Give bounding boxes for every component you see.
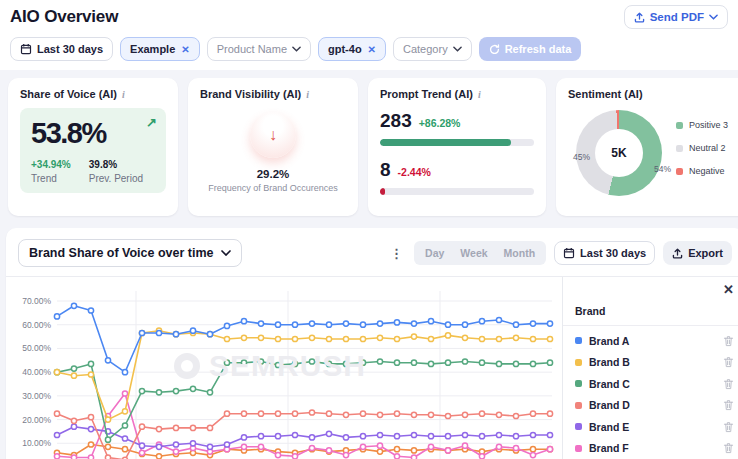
export-button[interactable]: Export <box>663 241 732 265</box>
sentiment-legend-label: Neutral 2 <box>689 143 726 153</box>
positive-pct-label: 54% <box>654 164 671 174</box>
chart-title: Brand Share of Voice over time <box>29 246 214 260</box>
top-bar: AIO Overview Send PDF Last 30 days Examp… <box>0 0 738 70</box>
chart-body: SEMRUSH 70.00%60.00%50.00%40.00%30.00%20… <box>6 277 738 459</box>
trash-icon[interactable] <box>723 399 734 411</box>
chart-panel: Brand Share of Voice over time ⋮ Day Wee… <box>6 228 738 459</box>
tab-day[interactable]: Day <box>417 244 452 262</box>
model-filter-chip[interactable]: gpt-4o ✕ <box>318 37 386 61</box>
refresh-data-button[interactable]: Refresh data <box>479 37 582 61</box>
brand-color-swatch <box>575 380 582 387</box>
legend-brand-row[interactable]: Brand E <box>575 416 734 438</box>
svg-text:70.00%: 70.00% <box>22 296 51 306</box>
date-range-filter[interactable]: Last 30 days <box>10 37 113 61</box>
aio-overview-page: AIO Overview Send PDF Last 30 days Examp… <box>0 0 738 459</box>
svg-text:50.00%: 50.00% <box>22 343 51 353</box>
brand-legend-panel: ✕ Brand Brand A Brand B Brand C Brand D … <box>562 277 738 459</box>
svg-text:60.00%: 60.00% <box>22 320 51 330</box>
chart-title-dropdown[interactable]: Brand Share of Voice over time <box>18 239 242 267</box>
sentiment-legend-item[interactable]: Positive 3 <box>676 120 728 130</box>
chevron-down-icon <box>292 46 301 52</box>
calendar-icon <box>563 247 575 259</box>
trash-icon[interactable] <box>723 421 734 433</box>
category-label: Category <box>403 43 448 55</box>
example-chip-label: Example <box>130 43 175 55</box>
category-dropdown[interactable]: Category <box>393 37 472 61</box>
kebab-menu-icon[interactable]: ⋮ <box>387 247 406 260</box>
chevron-down-icon <box>453 46 462 52</box>
remove-model-icon[interactable]: ✕ <box>368 44 376 55</box>
trash-icon[interactable] <box>723 356 734 368</box>
legend-brand-row[interactable]: Brand A <box>575 330 734 352</box>
page-title: AIO Overview <box>10 7 118 27</box>
brand-color-swatch <box>575 423 582 430</box>
brand-color-swatch <box>575 359 582 366</box>
product-name-label: Product Name <box>217 43 287 55</box>
send-pdf-button[interactable]: Send PDF <box>624 5 728 29</box>
chart-header: Brand Share of Voice over time ⋮ Day Wee… <box>6 228 738 277</box>
prompt-metric2-change: -2.44% <box>398 166 431 178</box>
legend-swatch <box>676 122 683 129</box>
trash-icon[interactable] <box>723 378 734 390</box>
tab-month[interactable]: Month <box>496 244 544 262</box>
trash-icon[interactable] <box>723 335 734 347</box>
svg-text:20.00%: 20.00% <box>22 415 51 425</box>
refresh-data-label: Refresh data <box>505 43 572 55</box>
sentiment-legend-label: Positive 3 <box>689 120 728 130</box>
legend-swatch <box>676 168 683 175</box>
sentiment-legend-item[interactable]: Negative <box>676 166 728 176</box>
kpi-card-row: Share of Voice (AI)i 53.8% ↗ +34.94%Tren… <box>0 70 738 222</box>
neutral-pct-label: 45% <box>573 152 590 162</box>
chevron-down-icon <box>221 250 231 256</box>
brand-label: Brand A <box>589 335 629 347</box>
prompt-metric1-change: +86.28% <box>419 117 461 129</box>
info-icon[interactable]: i <box>122 89 125 100</box>
share-of-voice-line-chart[interactable]: 70.00%60.00%50.00%40.00%30.00%20.00%10.0… <box>6 277 562 459</box>
upload-icon <box>634 12 645 23</box>
product-name-dropdown[interactable]: Product Name <box>207 37 311 61</box>
brand-list: Brand A Brand B Brand C Brand D Brand E … <box>575 330 734 459</box>
sentiment-title: Sentiment (AI) <box>568 88 643 100</box>
calendar-icon <box>20 43 32 55</box>
brand-visibility-title: Brand Visibility (AI) <box>200 88 301 100</box>
brand-label: Brand E <box>589 421 629 433</box>
brand-legend-header: Brand <box>575 305 734 317</box>
prompt-metric2-bar <box>380 188 534 195</box>
example-filter-chip[interactable]: Example ✕ <box>120 37 200 61</box>
legend-swatch <box>676 145 683 152</box>
sentiment-legend: Positive 3 Neutral 2 Negative <box>676 120 728 202</box>
close-icon[interactable]: ✕ <box>723 282 734 297</box>
info-icon[interactable]: i <box>478 89 481 100</box>
legend-brand-row[interactable]: Brand F <box>575 438 734 459</box>
brand-color-swatch <box>575 402 582 409</box>
prompt-metric1-bar <box>380 139 534 146</box>
prompt-trend-card: Prompt Trend (AI)i 283+86.28% 8-2.44% <box>368 78 546 216</box>
brand-color-swatch <box>575 337 582 344</box>
remove-example-icon[interactable]: ✕ <box>181 44 189 55</box>
legend-brand-row[interactable]: Brand B <box>575 352 734 374</box>
prompt-metric1-value: 283 <box>380 110 412 132</box>
brand-label: Brand D <box>589 399 630 411</box>
prev-period-label: Prev. Period <box>89 172 143 186</box>
send-pdf-label: Send PDF <box>650 11 704 23</box>
brand-visibility-card: Brand Visibility (AI)i ↓ 29.2% Frequency… <box>188 78 358 216</box>
sentiment-donut-chart[interactable]: 5K 45% 54% <box>572 106 668 202</box>
legend-brand-row[interactable]: Brand C <box>575 373 734 395</box>
sentiment-card: Sentiment (AI) 5K 45% 54% Positive 3 Neu… <box>556 78 738 216</box>
share-of-voice-title: Share of Voice (AI) <box>20 88 117 100</box>
upload-icon <box>672 248 683 259</box>
trend-up-arrow-icon: ↗ <box>146 115 157 130</box>
chart-date-range-button[interactable]: Last 30 days <box>554 241 655 265</box>
tab-week[interactable]: Week <box>452 244 495 262</box>
svg-text:30.00%: 30.00% <box>22 391 51 401</box>
trash-icon[interactable] <box>723 442 734 454</box>
brand-color-swatch <box>575 445 582 452</box>
prompt-trend-title: Prompt Trend (AI) <box>380 88 473 100</box>
brand-visibility-subtitle: Frequency of Brand Occurences <box>208 183 338 193</box>
sentiment-legend-item[interactable]: Neutral 2 <box>676 143 728 153</box>
info-icon[interactable]: i <box>306 89 309 100</box>
prompt-bar1-fill <box>380 139 511 146</box>
legend-brand-row[interactable]: Brand D <box>575 395 734 417</box>
prompt-metric2-value: 8 <box>380 159 391 181</box>
line-chart-area: SEMRUSH 70.00%60.00%50.00%40.00%30.00%20… <box>6 277 562 459</box>
